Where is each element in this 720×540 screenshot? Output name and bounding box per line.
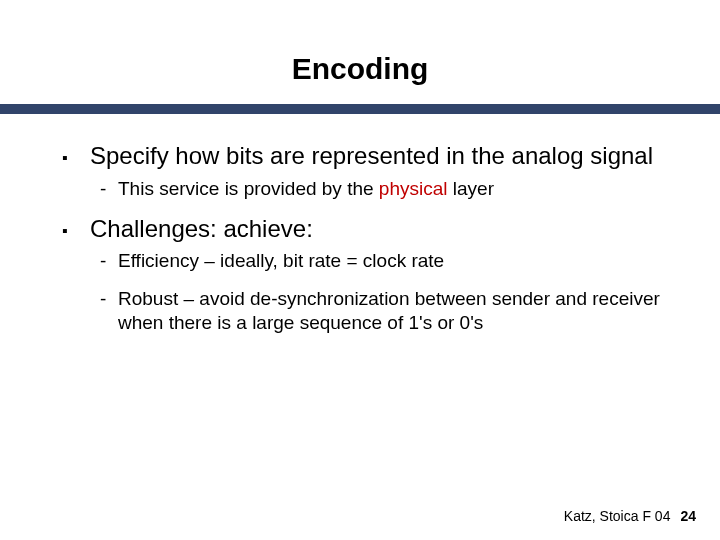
square-bullet-icon: ▪ — [62, 142, 90, 167]
dash-icon: - — [100, 287, 118, 311]
square-bullet-icon: ▪ — [62, 215, 90, 240]
sub-prefix: Efficiency – ideally, bit rate = clock r… — [118, 250, 444, 271]
dash-icon: - — [100, 177, 118, 201]
bullet-2-sub-2: - Robust – avoid de-synchronization betw… — [100, 287, 660, 335]
bullet-2-text: Challenges: achieve: — [90, 215, 660, 244]
sub-suffix: layer — [448, 178, 494, 199]
page-number: 24 — [680, 508, 696, 524]
dash-icon: - — [100, 249, 118, 273]
sub-prefix: This service is provided by the — [118, 178, 379, 199]
footer-credit: Katz, Stoica F 04 — [564, 508, 671, 524]
slide-title: Encoding — [0, 0, 720, 104]
bullet-2-sub-1-text: Efficiency – ideally, bit rate = clock r… — [118, 249, 660, 273]
bullet-2-sub-2-text: Robust – avoid de-synchronization betwee… — [118, 287, 660, 335]
bullet-2: ▪ Challenges: achieve: — [62, 215, 660, 244]
bullet-1-sub-1-text: This service is provided by the physical… — [118, 177, 660, 201]
slide-content: ▪ Specify how bits are represented in th… — [0, 114, 720, 335]
bullet-1-sub-1: - This service is provided by the physic… — [100, 177, 660, 201]
footer: Katz, Stoica F 04 24 — [564, 508, 696, 524]
sub-redword: physical — [379, 178, 448, 199]
bullet-1-text: Specify how bits are represented in the … — [90, 142, 660, 171]
sub-prefix: Robust – avoid de-synchronization betwee… — [118, 288, 660, 333]
title-divider — [0, 104, 720, 114]
bullet-1: ▪ Specify how bits are represented in th… — [62, 142, 660, 171]
bullet-2-sub-1: - Efficiency – ideally, bit rate = clock… — [100, 249, 660, 273]
